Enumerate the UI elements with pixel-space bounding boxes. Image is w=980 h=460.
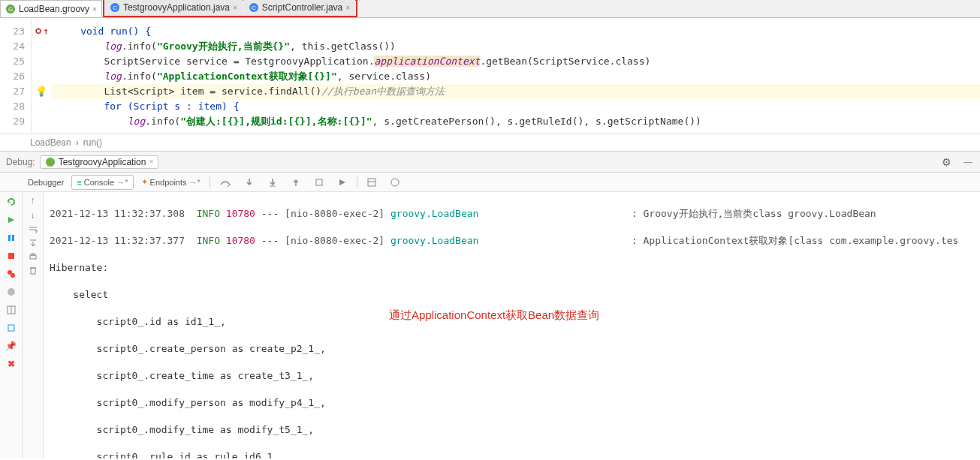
force-step-into-icon[interactable]	[262, 175, 283, 190]
print-icon[interactable]	[29, 252, 38, 261]
debug-toolbar: Debug: TestgroovyApplication × ⚙ —	[0, 152, 980, 173]
breadcrumb-class[interactable]: LoadBean	[30, 137, 71, 148]
view-breakpoints-icon[interactable]	[5, 267, 18, 281]
close-icon[interactable]: ×	[233, 4, 237, 12]
console-panel: 📌 ✖ ↑ ↓ 2021-12-13 11:32:37.308 INFO 107…	[0, 192, 980, 458]
svg-text:G: G	[8, 6, 13, 13]
svg-point-16	[11, 273, 15, 278]
debug-config-chip[interactable]: TestgroovyApplication ×	[40, 155, 159, 169]
glyph-margin: ⭘↑ 💡	[32, 18, 51, 134]
svg-rect-21	[30, 255, 36, 259]
step-out-icon[interactable]	[285, 175, 306, 190]
settings-icon[interactable]	[5, 321, 18, 335]
groovy-file-icon: G	[5, 4, 16, 14]
override-indicator-icon[interactable]: ⭘↑	[34, 24, 50, 39]
step-over-icon[interactable]	[214, 175, 237, 190]
tab-label: LoadBean.groovy	[19, 4, 89, 14]
evaluate-icon[interactable]	[361, 175, 382, 190]
trace-icon[interactable]	[384, 175, 406, 190]
tab-loadbean-groovy[interactable]: G LoadBean.groovy ×	[0, 0, 102, 17]
debug-label: Debug:	[6, 157, 35, 167]
pause-icon[interactable]	[5, 231, 18, 245]
debug-config-name: TestgroovyApplication	[59, 157, 146, 167]
close-icon[interactable]: ×	[345, 4, 350, 12]
layout-icon[interactable]	[5, 303, 18, 317]
console-output[interactable]: 2021-12-13 11:32:37.308 INFO 10780 --- […	[44, 192, 980, 458]
svg-rect-13	[12, 235, 14, 241]
debugger-tab[interactable]: Debugger	[23, 175, 69, 190]
svg-rect-22	[32, 254, 35, 255]
close-icon[interactable]: ✖	[5, 357, 18, 371]
svg-point-11	[391, 179, 399, 186]
svg-text:C: C	[113, 5, 117, 11]
tab-label: ScriptController.java	[262, 2, 342, 13]
tab-label: TestgroovyApplication.java	[123, 2, 230, 13]
breadcrumb: LoadBean › run()	[0, 134, 980, 152]
svg-text:C: C	[252, 5, 256, 11]
annotation-text: 通过ApplicationContext获取Bean数据查询	[389, 308, 599, 322]
svg-point-6	[46, 158, 55, 167]
line-gutter: 23242526272829	[0, 18, 32, 134]
spring-icon	[45, 157, 56, 167]
rerun-icon[interactable]	[5, 195, 18, 209]
svg-point-17	[8, 288, 15, 296]
close-icon[interactable]: ×	[149, 158, 153, 166]
svg-rect-14	[8, 253, 14, 259]
resume-icon[interactable]	[5, 213, 18, 227]
minimize-icon[interactable]: —	[963, 157, 972, 167]
chevron-right-icon: ›	[76, 137, 79, 148]
svg-rect-9	[368, 179, 375, 186]
code-body[interactable]: void run() { log.info("Groovy开始执行,当前类{}"…	[51, 18, 980, 134]
drop-frame-icon[interactable]	[309, 175, 330, 190]
pin-icon[interactable]: 📌	[5, 339, 18, 353]
tab-testgroovy-application[interactable]: C TestgroovyApplication.java ×	[104, 0, 243, 16]
tab-script-controller[interactable]: C ScriptController.java ×	[243, 0, 355, 16]
svg-rect-12	[8, 235, 11, 241]
run-to-cursor-icon[interactable]	[332, 175, 353, 190]
console-left-toolbar: ↑ ↓	[23, 192, 44, 458]
breadcrumb-method[interactable]: run()	[83, 137, 102, 148]
step-into-icon[interactable]	[239, 175, 260, 190]
debug-tool-row: Debugger ≡ Console →* ✦ Endpoints →*	[0, 173, 980, 192]
class-file-icon: C	[249, 2, 259, 13]
bulb-icon[interactable]: 💡	[35, 84, 47, 99]
code-editor[interactable]: 23242526272829 ⭘↑ 💡 void run() { log.inf…	[0, 18, 980, 134]
close-icon[interactable]: ×	[92, 5, 97, 14]
editor-tabs: G LoadBean.groovy × C TestgroovyApplicat…	[0, 0, 980, 18]
scroll-end-icon[interactable]	[29, 239, 38, 248]
up-arrow-icon[interactable]: ↑	[31, 195, 35, 206]
clear-icon[interactable]	[29, 266, 38, 275]
debug-left-toolbar: 📌 ✖	[0, 192, 23, 458]
stop-icon[interactable]	[5, 249, 18, 263]
svg-rect-8	[316, 179, 322, 185]
endpoints-tab[interactable]: ✦ Endpoints →*	[136, 175, 206, 190]
console-tab[interactable]: ≡ Console →*	[71, 175, 133, 190]
class-file-icon: C	[110, 2, 120, 13]
soft-wrap-icon[interactable]	[28, 225, 38, 234]
mute-breakpoints-icon[interactable]	[5, 285, 18, 299]
down-arrow-icon[interactable]: ↓	[31, 210, 35, 221]
tabs-highlight-box: C TestgroovyApplication.java × C ScriptC…	[103, 0, 357, 17]
gear-icon[interactable]: ⚙	[942, 156, 951, 168]
svg-rect-20	[8, 325, 14, 331]
svg-rect-23	[31, 268, 35, 274]
